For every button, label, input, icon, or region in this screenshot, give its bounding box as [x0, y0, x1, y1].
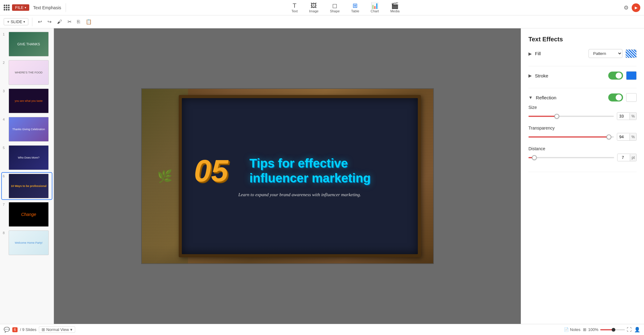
zoom-track[interactable]: [600, 329, 625, 330]
view-icon: ⊞: [42, 327, 45, 332]
slide-button[interactable]: + SLIDE ▾: [4, 18, 28, 25]
separator: [66, 3, 66, 12]
size-fill: [528, 116, 557, 117]
image-label: Image: [309, 9, 319, 13]
slide-thumb-8[interactable]: 8 Welcome Home Party!: [2, 230, 52, 256]
fill-section: ▶ Fill Pattern Solid Gradient None: [528, 49, 637, 66]
slide-thumb-6[interactable]: 6 10 Ways to be professional: [2, 173, 52, 199]
stroke-chevron-icon[interactable]: ▶: [528, 73, 532, 78]
notes-label: Notes: [570, 327, 581, 332]
redo-button[interactable]: ↪: [46, 18, 53, 26]
panel-title: Text Effects: [528, 36, 637, 43]
shape-label: Shape: [330, 9, 340, 13]
fill-row: ▶ Fill Pattern Solid Gradient None: [528, 49, 637, 58]
slide-canvas[interactable]: 🌿 05 Tips for effective influencer marke…: [141, 88, 434, 264]
fit-screen-icon[interactable]: ⛶: [627, 327, 632, 333]
slide-chevron-icon: ▾: [23, 20, 25, 23]
zoom-fill: [600, 329, 613, 330]
reflection-chevron-icon[interactable]: ▼: [528, 95, 533, 100]
toolbar-chart[interactable]: 📊 Chart: [365, 2, 385, 13]
collapse-icon[interactable]: ⊞: [583, 327, 586, 332]
slide-thumb-3[interactable]: 3 you are what you taste: [2, 88, 52, 114]
slides-panel: 1 GIVE THANKS 2 WHERE'S THE FOOD 3 you a…: [0, 28, 54, 324]
distance-track[interactable]: [528, 157, 614, 158]
slide-preview-3: you are what you taste: [9, 89, 49, 113]
reflection-toggle-slider: ⏸: [608, 93, 623, 101]
size-input[interactable]: [617, 113, 630, 120]
toolbar-image[interactable]: 🖼 Image: [304, 2, 324, 13]
reflection-label: Reflection: [536, 95, 605, 100]
slide-heading-2: influencer marketing: [250, 171, 371, 185]
toolbar-media[interactable]: 🎬 Media: [385, 2, 406, 13]
transparency-fill: [528, 136, 609, 138]
distance-input[interactable]: [618, 154, 630, 161]
slide-thumb-4[interactable]: 4 Thanks Giving Celebration: [2, 116, 52, 143]
text-effects-panel: Text Effects ▶ Fill Pattern Solid Gradie…: [521, 28, 644, 324]
play-button[interactable]: ▶: [632, 3, 640, 12]
separator: [32, 18, 32, 26]
view-selector[interactable]: ⊞ Normal View ▾: [39, 326, 75, 333]
distance-slider-section: Distance pt: [528, 146, 637, 161]
distance-label: Distance: [528, 146, 637, 151]
reflection-row: ▼ Reflection ⏸: [528, 93, 637, 102]
toolbar-shape[interactable]: ◻ Shape: [324, 2, 346, 13]
slide-thumb-1[interactable]: 1 GIVE THANKS: [2, 31, 52, 57]
shape-icon: ◻: [332, 2, 337, 9]
stroke-toggle[interactable]: ⏸: [608, 72, 623, 80]
chart-label: Chart: [371, 9, 379, 13]
size-label: Size: [528, 105, 637, 110]
share-icon[interactable]: 👤: [634, 327, 640, 333]
slide-thumb-5[interactable]: 5 Who Does More?: [2, 144, 52, 171]
transparency-thumb[interactable]: [606, 134, 611, 139]
slide-thumb-2[interactable]: 2 WHERE'S THE FOOD: [2, 59, 52, 86]
size-track[interactable]: [528, 116, 614, 117]
bottom-bar: 💬 6 / 9 Slides ⊞ Normal View ▾ 📄 Notes ⊞…: [0, 324, 644, 335]
reflection-toggle[interactable]: ⏸: [608, 93, 623, 101]
slide-label: SLIDE: [11, 19, 22, 24]
main-layout: 1 GIVE THANKS 2 WHERE'S THE FOOD 3 you a…: [0, 28, 644, 324]
fill-type-dropdown[interactable]: Pattern Solid Gradient None: [589, 49, 622, 58]
transparency-slider-section: Transparency %: [528, 126, 637, 141]
media-icon: 🎬: [391, 2, 399, 9]
distance-slider-row: pt: [528, 154, 637, 161]
toolbar-table[interactable]: ⊞ Table: [345, 2, 365, 13]
notes-icon: 📄: [564, 327, 569, 332]
notes-button[interactable]: 📄 Notes: [564, 327, 581, 332]
settings-icon[interactable]: ⚙: [624, 4, 629, 11]
transparency-track[interactable]: [528, 136, 614, 138]
size-thumb[interactable]: [554, 114, 559, 119]
paste-button[interactable]: 📋: [84, 18, 94, 26]
undo-button[interactable]: ↩: [36, 18, 44, 26]
view-chevron-icon: ▾: [70, 327, 72, 332]
reflection-section: ▼ Reflection ⏸ Size: [528, 93, 637, 172]
table-icon: ⊞: [353, 2, 358, 9]
file-label: FILE: [15, 5, 23, 10]
transparency-input[interactable]: [617, 133, 630, 140]
chat-icon[interactable]: 💬: [4, 327, 10, 333]
slide-preview-8: Welcome Home Party!: [9, 230, 49, 255]
scissors-button[interactable]: ✂: [66, 18, 73, 26]
slide-thumb-7[interactable]: 7 Change: [2, 201, 52, 228]
size-slider-section: Size %: [528, 105, 637, 120]
fill-label: Fill: [535, 51, 585, 56]
fill-chevron-icon[interactable]: ▶: [528, 51, 532, 56]
stroke-section: ▶ Stroke ⏸: [528, 71, 637, 88]
stroke-color-button[interactable]: [626, 71, 637, 80]
fill-pattern-swatch[interactable]: [626, 49, 637, 58]
reflection-style-button[interactable]: [626, 93, 637, 102]
slide-preview-7: Change: [9, 202, 49, 227]
size-unit: %: [630, 113, 636, 120]
top-bar: FILE ▾ Text Emphasis T Text 🖼 Image ◻ Sh…: [0, 0, 644, 15]
slide-current-badge: 6: [12, 327, 18, 332]
distance-thumb[interactable]: [532, 155, 537, 160]
toolbar-text[interactable]: T Text: [286, 2, 304, 13]
sub-toolbar: + SLIDE ▾ ↩ ↪ 🖌 ✂ ⎘ 📋: [0, 15, 644, 28]
slide-heading-1: Tips for effective: [250, 156, 371, 171]
bottom-left: 💬 6 / 9 Slides ⊞ Normal View ▾: [4, 326, 75, 333]
file-button[interactable]: FILE ▾: [12, 4, 29, 11]
copy-button[interactable]: ⎘: [75, 18, 82, 26]
size-input-box: %: [617, 112, 637, 120]
format-painter-button[interactable]: 🖌: [55, 18, 64, 26]
zoom-thumb[interactable]: [612, 328, 615, 332]
grid-menu-icon[interactable]: [4, 5, 10, 10]
